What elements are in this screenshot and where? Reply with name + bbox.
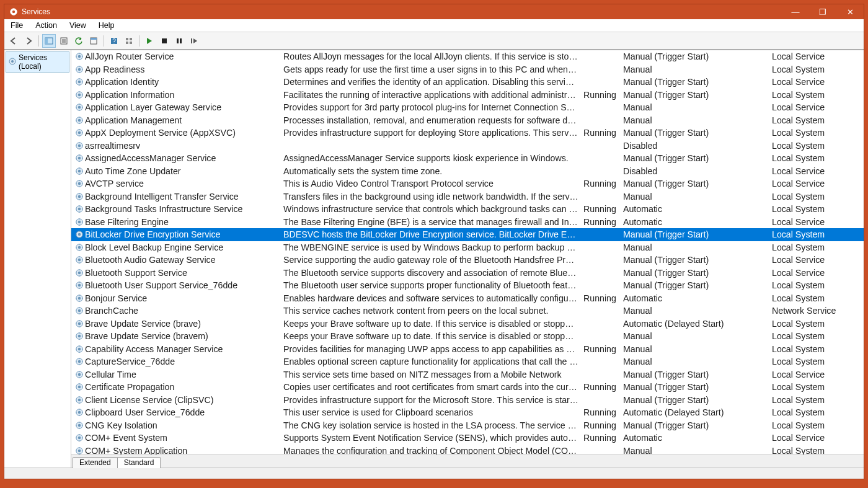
minimize-button[interactable]: — — [782, 4, 809, 19]
service-row[interactable]: Application Layer Gateway ServiceProvide… — [71, 101, 864, 114]
service-startup: Manual — [623, 344, 772, 354]
service-row[interactable]: Block Level Backup Engine ServiceThe WBE… — [71, 241, 864, 254]
titlebar[interactable]: Services — ❐ ✕ — [4, 4, 864, 19]
service-description: This service sets time based on NITZ mes… — [283, 370, 583, 379]
forward-button[interactable] — [22, 34, 35, 48]
service-row[interactable]: COM+ Event SystemSupports System Event N… — [71, 432, 864, 445]
service-row[interactable]: Bluetooth User Support Service_76ddeThe … — [71, 279, 864, 292]
service-row[interactable]: Background Intelligent Transfer ServiceT… — [71, 190, 864, 203]
gear-icon — [74, 433, 85, 443]
service-row[interactable]: BitLocker Drive Encryption ServiceBDESVC… — [71, 228, 864, 241]
svg-point-46 — [78, 221, 81, 223]
svg-rect-12 — [130, 42, 132, 44]
service-row[interactable]: Client License Service (ClipSVC)Provides… — [71, 394, 864, 407]
service-row[interactable]: COM+ System ApplicationManages the confi… — [71, 445, 864, 455]
gear-icon — [74, 280, 85, 290]
menu-help[interactable]: Help — [92, 20, 121, 31]
service-startup: Manual — [623, 242, 772, 252]
service-row[interactable]: Brave Update Service (bravem)Keeps your … — [71, 330, 864, 343]
gear-icon — [74, 357, 85, 366]
gear-icon — [74, 420, 85, 430]
service-startup: Manual (Trigger Start) — [623, 90, 772, 100]
service-row[interactable]: Background Tasks Infrastructure ServiceW… — [71, 203, 864, 216]
tree-pane[interactable]: Services (Local) — [4, 50, 71, 468]
service-row[interactable]: Application IdentityDetermines and verif… — [71, 76, 864, 89]
pause-service-button[interactable] — [172, 34, 186, 48]
service-startup: Manual (Trigger Start) — [623, 370, 772, 379]
service-row[interactable]: Bluetooth Audio Gateway ServiceService s… — [71, 254, 864, 267]
properties-button[interactable] — [87, 34, 100, 48]
service-row[interactable]: Bluetooth Support ServiceThe Bluetooth s… — [71, 267, 864, 280]
service-row[interactable]: Application ManagementProcesses installa… — [71, 114, 864, 127]
export-list-button[interactable] — [57, 34, 71, 48]
service-startup: Automatic (Delayed Start) — [623, 319, 772, 329]
gear-icon — [74, 153, 85, 163]
service-row[interactable]: CNG Key IsolationThe CNG key isolation s… — [71, 419, 864, 432]
tab-extended[interactable]: Extended — [73, 457, 118, 468]
service-row[interactable]: AVCTP serviceThis is Audio Video Control… — [71, 177, 864, 190]
close-button[interactable]: ✕ — [836, 4, 864, 19]
svg-point-22 — [78, 68, 81, 71]
service-startup: Automatic — [623, 433, 772, 443]
gear-icon — [74, 166, 85, 176]
service-startup: Disabled — [623, 166, 772, 176]
service-row[interactable]: AssignedAccessManager ServiceAssignedAcc… — [71, 152, 864, 165]
service-description: Transfers files in the background using … — [283, 192, 583, 202]
maximize-button[interactable]: ❐ — [809, 4, 836, 19]
service-row[interactable]: AllJoyn Router ServiceRoutes AllJoyn mes… — [71, 50, 864, 63]
service-description: The Base Filtering Engine (BFE) is a ser… — [283, 217, 583, 227]
grid-button[interactable] — [122, 34, 136, 48]
service-row[interactable]: Cellular TimeThis service sets time base… — [71, 368, 864, 381]
service-name: Certificate Propagation — [85, 382, 283, 392]
service-row[interactable]: Application InformationFacilitates the r… — [71, 89, 864, 102]
service-row[interactable]: Clipboard User Service_76ddeThis user se… — [71, 406, 864, 419]
tree-item-services-local[interactable]: Services (Local) — [6, 51, 69, 73]
back-button[interactable] — [7, 34, 20, 48]
service-row[interactable]: BranchCacheThis service caches network c… — [71, 304, 864, 317]
service-row[interactable]: Brave Update Service (brave)Keeps your B… — [71, 317, 864, 331]
menu-action[interactable]: Action — [29, 20, 63, 31]
show-hide-tree-button[interactable] — [42, 34, 56, 48]
svg-point-80 — [78, 437, 81, 439]
stop-service-button[interactable] — [157, 34, 171, 48]
service-startup: Manual — [623, 357, 772, 366]
service-description: Service supporting the audio gateway rol… — [283, 255, 583, 265]
service-logon: Local Service — [772, 370, 864, 379]
service-row[interactable]: Base Filtering EngineThe Base Filtering … — [71, 216, 864, 229]
svg-point-74 — [78, 399, 81, 401]
gear-icon — [74, 128, 85, 138]
service-name: Application Layer Gateway Service — [85, 102, 283, 112]
restart-service-button[interactable] — [187, 34, 201, 48]
service-row[interactable]: Bonjour ServiceEnables hardware devices … — [71, 292, 864, 305]
tab-standard[interactable]: Standard — [117, 457, 161, 468]
gear-icon — [74, 382, 85, 392]
service-row[interactable]: AppX Deployment Service (AppXSVC)Provide… — [71, 126, 864, 140]
service-row[interactable]: asrrealtimesrvDisabledLocal System — [71, 140, 864, 153]
service-logon: Local System — [772, 344, 864, 354]
svg-point-1 — [12, 11, 15, 13]
service-row[interactable]: App ReadinessGets apps ready for use the… — [71, 63, 864, 76]
services-list[interactable]: AllJoyn Router ServiceRoutes AllJoyn mes… — [71, 50, 864, 455]
service-logon: Local System — [772, 407, 864, 417]
start-service-button[interactable] — [143, 34, 156, 48]
svg-point-18 — [11, 60, 14, 63]
svg-point-20 — [78, 55, 81, 58]
service-row[interactable]: CaptureService_76ddeEnables optional scr… — [71, 355, 864, 368]
gear-icon — [74, 77, 85, 87]
service-description: Supports System Event Notification Servi… — [283, 433, 583, 443]
refresh-button[interactable] — [72, 34, 86, 48]
service-row[interactable]: Certificate PropagationCopies user certi… — [71, 381, 864, 394]
svg-point-76 — [78, 411, 81, 414]
help-button[interactable]: ? — [107, 34, 121, 48]
service-row[interactable]: Auto Time Zone UpdaterAutomatically sets… — [71, 165, 864, 178]
service-startup: Manual (Trigger Start) — [623, 395, 772, 405]
svg-point-82 — [78, 450, 81, 452]
service-description: This user service is used for Clipboard … — [283, 407, 583, 417]
menu-view[interactable]: View — [63, 20, 92, 31]
service-startup: Manual (Trigger Start) — [623, 268, 772, 278]
service-description: Gets apps ready for use the first time a… — [283, 64, 583, 74]
service-row[interactable]: Capability Access Manager ServiceProvide… — [71, 343, 864, 356]
menu-file[interactable]: File — [4, 20, 29, 31]
service-startup: Manual — [623, 446, 772, 455]
service-name: AssignedAccessManager Service — [85, 153, 283, 163]
